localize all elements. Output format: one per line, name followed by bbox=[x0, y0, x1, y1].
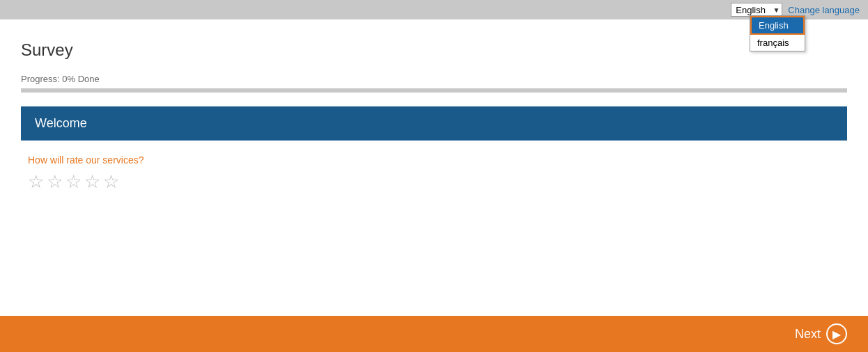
footer-bar: Next ▶ bbox=[0, 316, 868, 352]
question-text: How will rate our services? bbox=[28, 154, 840, 166]
star-1[interactable]: ☆ bbox=[28, 173, 44, 191]
language-dropdown[interactable]: English français bbox=[750, 15, 805, 51]
main-content: Survey Progress: 0% Done Welcome How wil… bbox=[0, 19, 868, 191]
next-label: Next bbox=[795, 327, 821, 342]
lang-option-francais[interactable]: français bbox=[750, 35, 805, 51]
star-rating[interactable]: ☆ ☆ ☆ ☆ ☆ bbox=[28, 173, 840, 191]
language-select[interactable]: English français bbox=[731, 3, 782, 17]
star-2[interactable]: ☆ bbox=[47, 173, 63, 191]
top-bar: English français ▼ Change language Engli… bbox=[0, 0, 868, 19]
welcome-banner: Welcome bbox=[21, 106, 847, 141]
star-5[interactable]: ☆ bbox=[103, 173, 119, 191]
language-select-wrapper[interactable]: English français ▼ bbox=[731, 3, 782, 17]
progress-bar-container bbox=[21, 88, 847, 93]
next-button[interactable]: Next ▶ bbox=[795, 323, 847, 344]
star-3[interactable]: ☆ bbox=[65, 173, 82, 191]
lang-option-english[interactable]: English bbox=[750, 16, 805, 35]
next-arrow-icon: ▶ bbox=[826, 323, 847, 344]
progress-text: Progress: 0% Done bbox=[21, 74, 847, 84]
question-area: How will rate our services? ☆ ☆ ☆ ☆ ☆ bbox=[21, 154, 847, 191]
star-4[interactable]: ☆ bbox=[84, 173, 100, 191]
change-language-link[interactable]: Change language bbox=[788, 5, 860, 15]
page-title: Survey bbox=[21, 40, 847, 60]
